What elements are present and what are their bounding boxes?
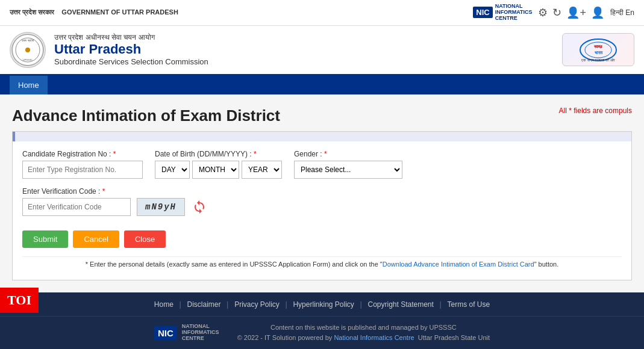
add-user-icon[interactable]: 👤+ bbox=[566, 6, 586, 19]
svg-text:UPSSSC: UPSSSC bbox=[23, 58, 33, 61]
nic-full-name: NATIONAL INFORMATICS CENTRE bbox=[495, 4, 533, 22]
footer-nic-logo: NIC NATIONAL INFORMATICS CENTRE bbox=[154, 324, 219, 342]
download-link[interactable]: Download Advance Intimation of Exam Dist… bbox=[383, 261, 534, 268]
footer-copyright[interactable]: Copyright Statement bbox=[367, 300, 433, 309]
footer-nic-name: NATIONAL INFORMATICS CENTRE bbox=[182, 324, 219, 342]
dob-group: Date of Birth (DD/MM/YYYY) : * DAY 12345… bbox=[155, 150, 282, 179]
footer-nic-link[interactable]: National Informatics Centre bbox=[334, 334, 414, 341]
footer-text: Content on this website is published and… bbox=[237, 323, 490, 344]
top-bar-right: NIC NATIONAL INFORMATICS CENTRE ⚙ ↻ 👤+ 👤… bbox=[473, 4, 634, 22]
footer-disclaimer[interactable]: Disclaimer bbox=[187, 300, 220, 309]
cancel-button[interactable]: Cancel bbox=[73, 230, 119, 248]
footer-nic-abbr: NIC bbox=[154, 326, 177, 340]
page-title: Advance Intimation of Exam District bbox=[12, 107, 280, 125]
btn-row: Submit Cancel Close bbox=[22, 230, 622, 248]
dob-label: Date of Birth (DD/MM/YYYY) : * bbox=[155, 150, 282, 158]
org-logo: उत्तर प्रदेश UPSSSC bbox=[10, 32, 46, 68]
captcha-image: mN9yH bbox=[137, 198, 185, 216]
hindi-govt-label: उत्तर प्रदेश सरकार bbox=[10, 8, 54, 16]
footer-privacy[interactable]: Privacy Policy bbox=[234, 300, 280, 309]
nav-home[interactable]: Home bbox=[10, 76, 48, 94]
org-hindi-title: उत्तर प्रदेश अधीनस्थ सेवा चयन आयोग bbox=[54, 33, 208, 42]
toi-badge: TOI bbox=[0, 288, 39, 313]
month-select[interactable]: MONTH 1234 5678 9101112 bbox=[192, 161, 239, 179]
verif-row: mN9yH bbox=[22, 198, 622, 216]
reg-label: Candidate Registration No : * bbox=[22, 150, 143, 158]
svg-text:स्वच्छ: स्वच्छ bbox=[593, 45, 602, 49]
dob-selects: DAY 12345 678910 15202531 MONTH 1234 567… bbox=[155, 161, 282, 179]
profile-icon[interactable]: 👤 bbox=[591, 6, 604, 19]
org-english-title: Uttar Pradesh bbox=[54, 42, 208, 57]
form-body: Candidate Registration No : * Date of Bi… bbox=[13, 141, 631, 280]
verif-group: Enter Verification Code : * mN9yH bbox=[22, 187, 622, 224]
footer-home[interactable]: Home bbox=[154, 300, 174, 309]
day-select[interactable]: DAY 12345 678910 15202531 bbox=[155, 161, 190, 179]
site-header: उत्तर प्रदेश UPSSSC उत्तर प्रदेश अधीनस्थ… bbox=[0, 26, 644, 76]
nic-abbr: NIC bbox=[473, 7, 492, 18]
reg-group: Candidate Registration No : * bbox=[22, 150, 143, 179]
nav-bar: Home bbox=[0, 76, 644, 94]
footer-terms[interactable]: Terms of Use bbox=[448, 300, 490, 309]
form-hint: * Enter the personal details (exactly sa… bbox=[22, 256, 622, 271]
footer-bottom: NIC NATIONAL INFORMATICS CENTRE Content … bbox=[0, 316, 644, 349]
footer-nav: Home | Disclaimer | Privacy Policy | Hyp… bbox=[0, 292, 644, 316]
reg-input[interactable] bbox=[22, 161, 143, 179]
submit-button[interactable]: Submit bbox=[22, 230, 68, 248]
verif-label: Enter Verification Code : * bbox=[22, 187, 622, 196]
svg-point-2 bbox=[25, 48, 30, 52]
org-subtitle: Subordinate Services Selection Commissio… bbox=[54, 57, 208, 66]
gender-label: Gender : * bbox=[294, 150, 402, 158]
svg-text:एक कदम स्वच्छता की ओर: एक कदम स्वच्छता की ओर bbox=[581, 58, 615, 62]
top-icons: ⚙ ↻ 👤+ 👤 bbox=[538, 6, 604, 19]
close-button[interactable]: Close bbox=[124, 230, 166, 248]
form-card: Candidate Registration No : * Date of Bi… bbox=[12, 131, 632, 280]
footer-hyperlinking[interactable]: Hyperlinking Policy bbox=[293, 300, 354, 309]
year-select[interactable]: YEAR 19801985199019952000 bbox=[242, 161, 282, 179]
svg-text:उत्तर प्रदेश: उत्तर प्रदेश bbox=[21, 39, 34, 43]
nic-logo: NIC NATIONAL INFORMATICS CENTRE bbox=[473, 4, 532, 22]
top-bar-left: उत्तर प्रदेश सरकार GOVERNMENT OF UTTAR P… bbox=[10, 8, 178, 16]
verif-input[interactable] bbox=[22, 198, 131, 216]
header-title: उत्तर प्रदेश अधीनस्थ सेवा चयन आयोग Uttar… bbox=[54, 33, 208, 66]
captcha-refresh-icon[interactable] bbox=[191, 199, 208, 215]
govt-logo: स्वच्छ भारत एक कदम स्वच्छता की ओर bbox=[562, 33, 634, 66]
top-bar: उत्तर प्रदेश सरकार GOVERNMENT OF UTTAR P… bbox=[0, 0, 644, 26]
english-govt-label: GOVERNMENT OF UTTAR PRADESH bbox=[61, 8, 178, 16]
form-row-1: Candidate Registration No : * Date of Bi… bbox=[22, 150, 622, 179]
gear-icon[interactable]: ⚙ bbox=[538, 6, 548, 19]
main-content: Advance Intimation of Exam District All … bbox=[0, 94, 644, 292]
gender-group: Gender : * Please Select... Male Female … bbox=[294, 150, 402, 179]
lang-switcher[interactable]: हिन्दी En bbox=[610, 8, 634, 17]
svg-text:भारत: भारत bbox=[595, 51, 603, 55]
gender-select[interactable]: Please Select... Male Female Other bbox=[294, 161, 402, 179]
required-note: All * fields are compuls bbox=[559, 107, 632, 115]
header-left: उत्तर प्रदेश UPSSSC उत्तर प्रदेश अधीनस्थ… bbox=[10, 32, 208, 68]
refresh-icon[interactable]: ↻ bbox=[552, 6, 561, 19]
form-notice bbox=[13, 132, 631, 141]
page-title-row: Advance Intimation of Exam District All … bbox=[12, 107, 632, 125]
